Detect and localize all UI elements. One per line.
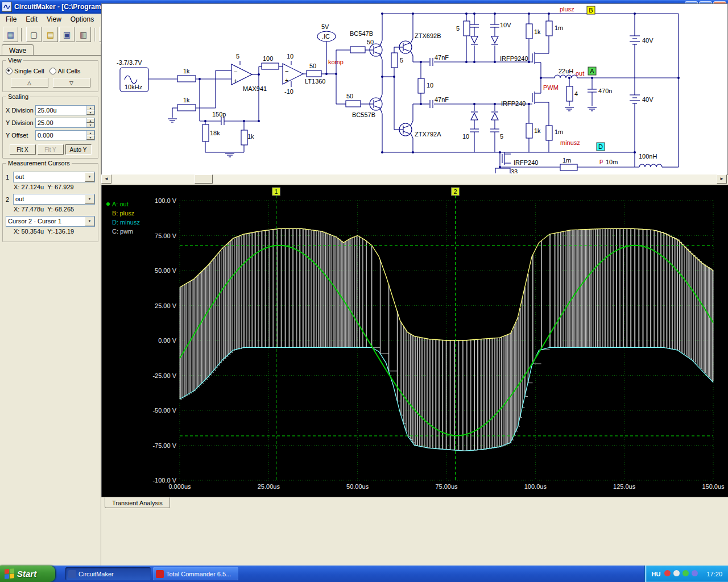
resistor[interactable] xyxy=(526,123,532,138)
legend-item-minusz[interactable]: D: minusz xyxy=(112,219,140,226)
start-button[interactable]: Start xyxy=(0,566,55,582)
legend-item-plusz[interactable]: B: plusz xyxy=(112,210,134,217)
single-cell-radio[interactable] xyxy=(6,68,13,74)
transistor[interactable] xyxy=(403,49,410,51)
resistor[interactable] xyxy=(350,47,365,53)
all-cells-radio[interactable] xyxy=(49,68,56,74)
print-button[interactable]: ▥ xyxy=(76,27,91,42)
scroll-cell-down-button[interactable]: ▽ xyxy=(53,78,90,88)
schematic-hscrollbar[interactable]: ◄ ► xyxy=(101,174,727,184)
x-division-down-icon[interactable]: ▼ xyxy=(86,110,94,115)
diode[interactable] xyxy=(471,36,478,43)
hscroll-thumb[interactable] xyxy=(195,174,213,184)
resistor[interactable] xyxy=(391,53,398,68)
hscroll-track[interactable] xyxy=(111,174,717,184)
menu-edit[interactable]: Edit xyxy=(21,14,42,25)
menu-file[interactable]: File xyxy=(1,14,21,25)
transistor[interactable] xyxy=(374,52,380,54)
resistor[interactable] xyxy=(546,21,552,36)
cursor-1-signal-select[interactable]: out ▼ xyxy=(13,172,95,182)
x-division-spinbox[interactable]: 25.00u ▲ ▼ xyxy=(35,105,95,115)
transistor[interactable] xyxy=(374,106,380,108)
resistor[interactable] xyxy=(464,21,470,36)
cursor-2-signal-value[interactable]: out xyxy=(14,194,85,204)
resistor[interactable] xyxy=(560,164,577,171)
resistor[interactable] xyxy=(202,124,209,142)
volume-tray-icon[interactable] xyxy=(673,570,680,576)
schematic-canvas[interactable]: −+−+-3.7/3.7V10kHz1k1k5MAX94110010LT1360… xyxy=(102,4,726,173)
save-file-button[interactable]: ▣ xyxy=(59,27,75,42)
resistor[interactable] xyxy=(418,78,424,93)
wire[interactable] xyxy=(411,39,413,43)
wire[interactable] xyxy=(411,134,413,138)
y-division-value[interactable]: 25.00 xyxy=(36,118,86,127)
tab-transient-analysis[interactable]: Transient Analysis xyxy=(105,497,170,508)
y-division-down-icon[interactable]: ▼ xyxy=(86,123,94,127)
cursor-1-signal-value[interactable]: out xyxy=(14,172,85,182)
resistor[interactable] xyxy=(177,105,196,111)
fit-y-button[interactable]: Fit Y xyxy=(38,144,64,155)
x-division-up-icon[interactable]: ▲ xyxy=(86,106,94,110)
diode[interactable] xyxy=(491,36,498,43)
transistor[interactable] xyxy=(403,131,410,134)
app-icon[interactable] xyxy=(2,2,12,12)
scroll-right-icon[interactable]: ► xyxy=(717,174,727,184)
wire[interactable] xyxy=(411,121,413,126)
diode[interactable] xyxy=(491,113,498,120)
y-offset-up-icon[interactable]: ▲ xyxy=(86,131,94,135)
scroll-cell-up-button[interactable]: △ xyxy=(11,78,48,88)
resistor[interactable] xyxy=(526,24,532,39)
resistor[interactable] xyxy=(307,70,321,77)
task-button-circuitmaker[interactable]: CircuitMaker xyxy=(65,567,151,580)
resistor[interactable] xyxy=(262,63,279,69)
cursor-2-signal-select[interactable]: out ▼ xyxy=(13,194,95,205)
messenger-tray-icon[interactable] xyxy=(682,570,689,576)
y-division-spinbox[interactable]: 25.00 ▲ ▼ xyxy=(35,118,95,128)
wire[interactable] xyxy=(411,51,413,56)
scroll-left-icon[interactable]: ◄ xyxy=(101,174,111,184)
fit-x-button[interactable]: Fit X xyxy=(10,144,36,155)
junction-dot xyxy=(568,77,570,79)
transistor[interactable] xyxy=(374,46,380,48)
cursor-diff-value[interactable]: Cursor 2 - Cursor 1 xyxy=(6,217,85,226)
cursor-1-dropdown-icon[interactable]: ▼ xyxy=(85,172,94,182)
cursor-diff-dropdown-icon[interactable]: ▼ xyxy=(85,217,94,226)
schematic-label: 50 xyxy=(367,39,374,45)
legend-item-out[interactable]: A: out xyxy=(112,201,129,207)
antivirus-tray-icon[interactable] xyxy=(664,570,671,576)
inductor[interactable] xyxy=(555,75,577,78)
language-indicator[interactable]: HU xyxy=(652,571,661,577)
parts-browser-button[interactable]: ▦ xyxy=(3,27,18,42)
open-file-button[interactable]: ▤ xyxy=(43,27,58,42)
schematic-label: 5 xyxy=(400,57,403,64)
resistor[interactable] xyxy=(495,168,510,173)
inductor[interactable] xyxy=(639,164,662,167)
tab-wave[interactable]: Wave xyxy=(2,44,34,56)
resistor[interactable] xyxy=(546,126,552,140)
task-button-total-commander[interactable]: Total Commander 6.5... xyxy=(153,567,238,580)
y-offset-spinbox[interactable]: 0.000 ▲ ▼ xyxy=(35,130,95,140)
cursor-diff-select[interactable]: Cursor 2 - Cursor 1 ▼ xyxy=(6,216,95,227)
new-file-button[interactable]: ▢ xyxy=(26,27,42,42)
transistor[interactable] xyxy=(374,100,380,102)
cursor-2-dropdown-icon[interactable]: ▼ xyxy=(85,194,94,204)
menu-options[interactable]: Options xyxy=(66,14,98,25)
transistor[interactable] xyxy=(403,43,410,45)
resistor[interactable] xyxy=(241,130,247,145)
legend-item-pwm[interactable]: C: pwm xyxy=(112,228,133,235)
transistor[interactable] xyxy=(403,126,410,128)
schematic-label: 1k xyxy=(183,68,190,74)
auto-y-button[interactable]: Auto Y xyxy=(65,144,92,155)
resistor[interactable] xyxy=(346,101,361,107)
y-division-up-icon[interactable]: ▲ xyxy=(86,118,94,123)
junction-dot xyxy=(528,13,530,15)
waveform-plot[interactable]: 12100.0 V75.00 V50.00 V25.00 V0.00 V-25.… xyxy=(102,185,727,496)
y-offset-value[interactable]: 0.000 xyxy=(36,131,86,140)
diode[interactable] xyxy=(471,113,478,120)
resistor[interactable] xyxy=(177,76,196,82)
display-tray-icon[interactable] xyxy=(692,570,698,576)
x-division-value[interactable]: 25.00u xyxy=(36,106,86,115)
y-offset-down-icon[interactable]: ▼ xyxy=(86,135,94,140)
resistor[interactable] xyxy=(566,86,573,101)
menu-view[interactable]: View xyxy=(42,14,66,25)
